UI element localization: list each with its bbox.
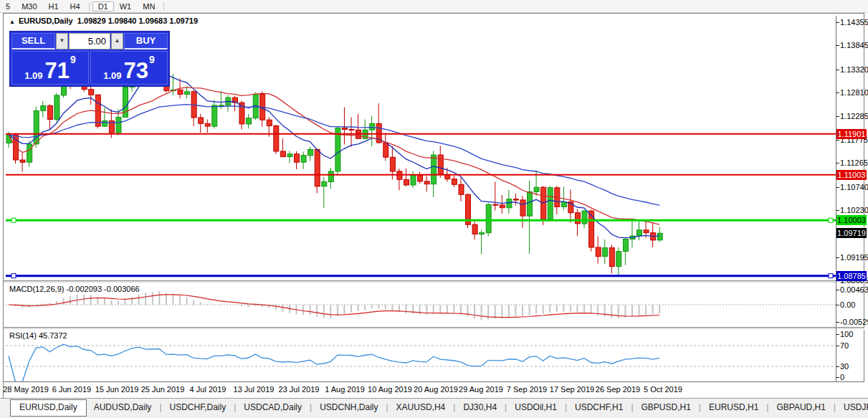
buy-price-big: 73	[124, 61, 148, 81]
candle	[191, 90, 196, 126]
timeframe-button-mn[interactable]: MN	[137, 1, 161, 11]
chart-tab-xauusd-h4[interactable]: XAUUSD,H4	[389, 399, 453, 415]
axis-tick	[836, 187, 839, 188]
rsi-axis-tick-label: 70	[840, 341, 867, 351]
price-axis-tick-label: 1.13845	[840, 41, 867, 50]
mt4-application: 5M30H1H4D1W1MN 1.143551.138451.133201.12…	[0, 0, 868, 418]
timeframe-button-5[interactable]: 5	[0, 1, 16, 11]
candle	[424, 176, 429, 191]
chart-tab-dj30-h4[interactable]: DJ30,H4	[456, 399, 504, 415]
timeframe-button-w1[interactable]: W1	[114, 1, 138, 11]
axis-tick	[836, 140, 839, 141]
collapse-arrow-icon[interactable]: ▲	[9, 19, 15, 25]
candle	[356, 114, 361, 138]
candle	[14, 133, 19, 164]
volume-decrease-button[interactable]: ▼	[56, 33, 68, 49]
candle	[280, 138, 285, 157]
chart-tab-usdcnh-daily[interactable]: USDCNH,Daily	[313, 399, 385, 415]
candle	[555, 186, 560, 214]
candle	[328, 168, 333, 189]
candle	[466, 193, 471, 228]
candle	[383, 133, 388, 161]
axis-tick	[836, 45, 839, 46]
candle	[247, 114, 252, 128]
axis-tick	[836, 334, 839, 335]
timeframe-button-m30[interactable]: M30	[16, 1, 42, 11]
sell-price-pip: 9	[70, 54, 76, 65]
candle	[507, 190, 512, 214]
chart-tab-usdchf-daily[interactable]: USDCHF,Daily	[163, 399, 234, 415]
toolbar-separator	[163, 2, 164, 11]
candle	[548, 186, 553, 222]
axis-tick	[836, 70, 839, 70]
timeframe-button-h1[interactable]: H1	[43, 1, 65, 11]
price-axis-tick-label: 1.12810	[840, 88, 867, 98]
candle	[603, 239, 608, 264]
sell-button[interactable]: SELL	[11, 33, 55, 49]
axis-tick	[836, 377, 839, 378]
chart-ohlc-values: 1.09829 1.09840 1.09683 1.09719	[77, 16, 198, 25]
candle	[541, 186, 546, 225]
date-axis-label: 1 Aug 2019	[325, 385, 365, 394]
candle	[397, 168, 402, 191]
timeframe-toolbar: 5M30H1H4D1W1MN	[0, 0, 868, 13]
candle	[27, 141, 32, 166]
candle	[623, 237, 628, 265]
candle	[438, 146, 443, 177]
chart-tab-gbpaud-h1[interactable]: GBPAUD,H1	[769, 399, 832, 415]
candle	[102, 108, 108, 127]
candle	[657, 227, 662, 242]
date-axis-label: 7 Sep 2019	[507, 385, 547, 394]
horizontal-level-line[interactable]	[6, 274, 836, 278]
candle	[480, 230, 485, 255]
date-axis-label: 17 Sep 2019	[550, 385, 594, 394]
chart-tab-audusd-daily[interactable]: AUDUSD,Daily	[87, 399, 159, 415]
buy-button[interactable]: BUY	[124, 33, 168, 49]
date-axis-label: 5 Oct 2019	[644, 385, 682, 394]
candle	[500, 195, 505, 214]
spin-up-icon: ▲	[115, 37, 120, 44]
candle	[54, 93, 59, 123]
chart-tab-gbpusd-h1[interactable]: GBPUSD,H1	[634, 399, 698, 415]
macd-indicator-label: MACD(12,26,9) -0.002093 -0.003066	[9, 285, 140, 293]
level-price-label: 1.10003	[836, 215, 867, 225]
sell-price-display[interactable]: 1.09 71 9	[11, 51, 89, 85]
price-axis-tick-label: 1.09195	[840, 253, 867, 262]
macd-signal-line	[9, 295, 659, 318]
volume-input[interactable]	[69, 33, 110, 49]
chart-tab-usdjp[interactable]: USDJP	[836, 399, 868, 415]
timeframe-button-h4[interactable]: H4	[65, 1, 86, 11]
candle	[41, 101, 46, 117]
rsi-panel-chart[interactable]	[6, 330, 836, 381]
axis-tick	[836, 346, 839, 346]
candle	[295, 151, 300, 169]
axis-tick	[836, 92, 839, 93]
rsi-indicator-label: RSI(14) 45.7372	[9, 331, 67, 340]
buy-price-pip: 9	[149, 54, 155, 65]
chart-tab-usdcad-daily[interactable]: USDCAD,Daily	[237, 399, 309, 415]
toolbar-separator	[89, 2, 90, 11]
buy-price-display[interactable]: 1.09 73 9	[90, 51, 168, 85]
chart-tab-usdchf-h1[interactable]: USDCHF,H1	[568, 399, 630, 415]
price-axis-tick-label: 1.14355	[840, 18, 867, 27]
candle	[226, 95, 231, 112]
chart-tab-eurusd-h1[interactable]: EURUSD,H1	[702, 399, 766, 415]
candle	[576, 209, 581, 237]
volume-increase-button[interactable]: ▲	[111, 33, 123, 49]
date-axis-label: 6 Jun 2019	[52, 385, 91, 394]
macd-axis-tick-label: -0.00529	[840, 318, 867, 327]
date-axis-label: 25 Jun 2019	[141, 385, 185, 394]
candle	[315, 148, 320, 194]
candle	[308, 147, 313, 161]
candle	[199, 114, 204, 133]
axis-tick	[836, 22, 839, 23]
chart-tab-eurusd-daily[interactable]: EURUSD,Daily	[10, 399, 87, 417]
price-axis-border	[836, 16, 836, 381]
candle	[651, 223, 656, 247]
timeframe-button-d1[interactable]: D1	[92, 1, 114, 11]
chart-tab-usdoil-h1[interactable]: USDOil,H1	[507, 399, 564, 415]
horizontal-level-line[interactable]	[6, 218, 836, 222]
date-axis-label: 13 Jul 2019	[234, 385, 275, 394]
sell-price-big: 71	[45, 61, 70, 81]
sell-price-prefix: 1.09	[24, 70, 42, 81]
